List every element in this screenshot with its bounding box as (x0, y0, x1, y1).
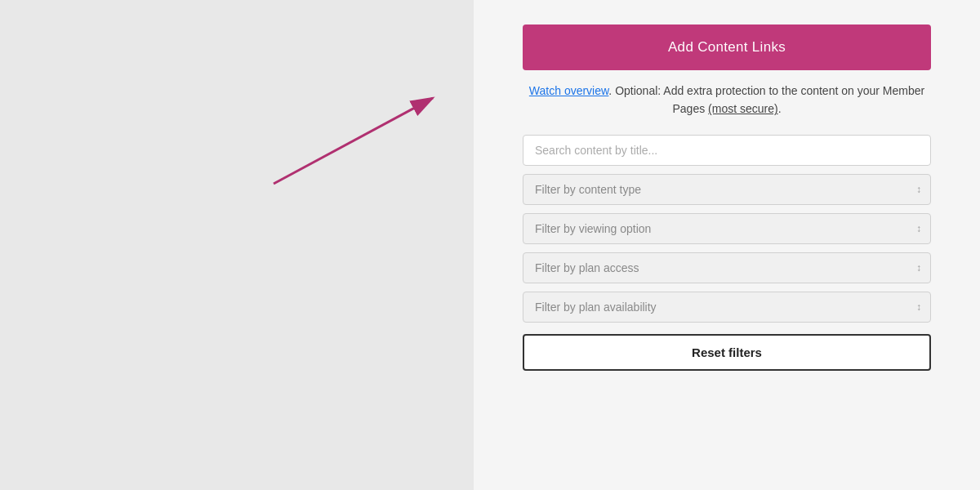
filter-plan-availability-wrapper: Filter by plan availability ↕ (523, 292, 931, 323)
page-container: Add Content Links Watch overview. Option… (0, 0, 980, 490)
add-content-button[interactable]: Add Content Links (523, 24, 931, 70)
filter-content-type-wrapper: Filter by content type ↕ (523, 174, 931, 205)
filter-plan-availability-select[interactable]: Filter by plan availability (523, 292, 931, 323)
right-panel: Add Content Links Watch overview. Option… (474, 0, 980, 490)
filter-content-type-select[interactable]: Filter by content type (523, 174, 931, 205)
reset-filters-button[interactable]: Reset filters (523, 334, 931, 371)
arrow-container (0, 0, 474, 490)
filter-viewing-option-select[interactable]: Filter by viewing option (523, 213, 931, 244)
filter-plan-access-wrapper: Filter by plan access ↕ (523, 252, 931, 283)
description-text: Watch overview. Optional: Add extra prot… (523, 82, 931, 118)
filter-plan-access-select[interactable]: Filter by plan access (523, 252, 931, 283)
filter-viewing-option-wrapper: Filter by viewing option ↕ (523, 213, 931, 244)
watch-overview-link[interactable]: Watch overview (529, 84, 609, 97)
search-input[interactable] (523, 135, 931, 166)
svg-line-1 (274, 98, 433, 184)
